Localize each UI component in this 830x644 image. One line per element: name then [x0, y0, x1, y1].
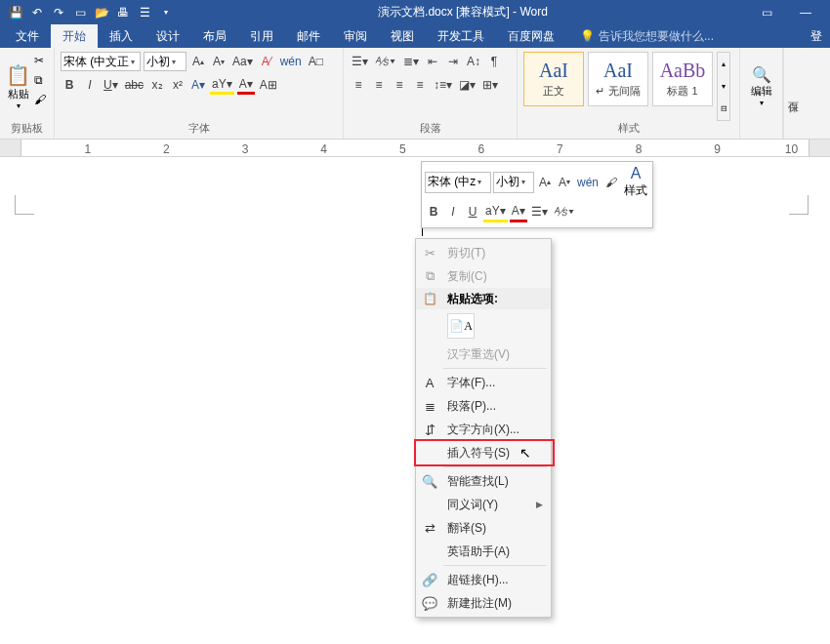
- format-painter-icon[interactable]: 🖌: [34, 93, 52, 108]
- multilevel-button[interactable]: ≣▾: [401, 52, 421, 71]
- italic-button[interactable]: I: [81, 75, 99, 95]
- ctx-reselect[interactable]: 汉字重选(V): [416, 342, 551, 366]
- strike-button[interactable]: abc: [123, 75, 145, 95]
- tab-layout[interactable]: 布局: [191, 24, 238, 48]
- ctx-synonyms[interactable]: 同义词(Y)▶: [416, 493, 551, 516]
- tab-references[interactable]: 引用: [238, 24, 285, 48]
- mini-highlight[interactable]: aY▾: [483, 201, 508, 222]
- ribbon-options-icon[interactable]: ▭: [752, 6, 781, 20]
- tab-review[interactable]: 审阅: [332, 24, 379, 48]
- tab-developer[interactable]: 开发工具: [426, 24, 496, 48]
- new-icon[interactable]: ▭: [72, 5, 88, 20]
- indent-dec-button[interactable]: ⇤: [424, 52, 441, 71]
- shading-button[interactable]: ◪▾: [457, 75, 477, 95]
- grow-font-button[interactable]: A▴: [189, 52, 207, 71]
- underline-button[interactable]: U▾: [102, 75, 120, 95]
- tab-baidu[interactable]: 百度网盘: [496, 24, 566, 48]
- ctx-copy[interactable]: ⧉复制(C): [416, 264, 551, 288]
- ctx-paragraph[interactable]: ≣段落(P)...: [416, 394, 551, 418]
- subscript-button[interactable]: x₂: [148, 75, 166, 95]
- char-border-button[interactable]: A□: [307, 52, 325, 71]
- signin[interactable]: 登: [810, 24, 830, 48]
- phonetic-button[interactable]: wén: [278, 52, 304, 71]
- tab-design[interactable]: 设计: [145, 24, 191, 48]
- ctx-translate[interactable]: ⇄翻译(S): [416, 516, 551, 540]
- ctx-cut[interactable]: ✂剪切(T): [416, 241, 551, 264]
- style-nospacing[interactable]: AaI ↵ 无间隔: [588, 52, 648, 106]
- editing-label[interactable]: 编辑: [751, 84, 772, 99]
- highlight-button[interactable]: aY▾: [210, 75, 234, 95]
- tab-home[interactable]: 开始: [51, 24, 98, 48]
- line-spacing-button[interactable]: ↕≡▾: [432, 75, 454, 95]
- touch-icon[interactable]: ☰: [137, 5, 152, 20]
- mini-numbering[interactable]: ⅍▾: [552, 201, 577, 222]
- editing-drop-icon[interactable]: ▾: [760, 99, 764, 107]
- mini-font-color[interactable]: A▾: [510, 201, 527, 222]
- ctx-english-assist[interactable]: 英语助手(A): [416, 540, 551, 563]
- styles-scroll[interactable]: ▴▾⊟: [717, 52, 730, 121]
- font-family-combo[interactable]: 宋体 (中文正▾: [61, 52, 141, 71]
- redo-icon[interactable]: ↷: [51, 5, 66, 20]
- ruler-right-gutter[interactable]: [809, 140, 830, 156]
- ctx-text-direction[interactable]: ⇵文字方向(X)...: [416, 418, 551, 441]
- tab-mailings[interactable]: 邮件: [285, 24, 332, 48]
- tell-me[interactable]: 💡告诉我您想要做什么...: [566, 24, 714, 48]
- minimize-icon[interactable]: —: [791, 6, 820, 20]
- undo-icon[interactable]: ↶: [29, 5, 45, 20]
- ctx-smart-lookup[interactable]: 🔍智能查找(L): [416, 469, 551, 493]
- save-icon[interactable]: 💾: [8, 5, 23, 20]
- borders-button[interactable]: ⊞▾: [480, 75, 500, 95]
- ruler[interactable]: 1 2 3 4 5 6 7 8 9 10: [0, 140, 830, 157]
- mini-bullets[interactable]: ☰▾: [529, 201, 550, 222]
- change-case-button[interactable]: Aa▾: [230, 52, 255, 71]
- mini-grow-font[interactable]: A▴: [536, 172, 554, 193]
- align-center-button[interactable]: ≡: [370, 75, 388, 95]
- mini-underline[interactable]: U: [464, 201, 481, 222]
- tab-file[interactable]: 文件: [4, 24, 51, 48]
- paste-icon[interactable]: 📋: [6, 63, 30, 87]
- ctx-hyperlink[interactable]: 🔗超链接(H)...: [416, 568, 551, 591]
- font-color-button[interactable]: A▾: [237, 75, 255, 95]
- clear-format-button[interactable]: A⁄: [258, 52, 275, 71]
- mini-styles[interactable]: A样式: [622, 165, 649, 199]
- mini-font-family[interactable]: 宋体 (中z▾: [425, 172, 491, 193]
- paste-label[interactable]: 粘贴: [8, 87, 29, 101]
- mini-bold[interactable]: B: [425, 201, 442, 222]
- find-icon[interactable]: 🔍: [752, 65, 771, 84]
- text-effects-button[interactable]: A▾: [189, 75, 207, 95]
- print-icon[interactable]: 🖶: [115, 5, 131, 20]
- cut-icon[interactable]: ✂: [34, 54, 52, 69]
- align-right-button[interactable]: ≡: [391, 75, 408, 95]
- qat-more-icon[interactable]: ▾: [158, 5, 174, 20]
- char-shading-button[interactable]: A⊞: [258, 75, 279, 95]
- style-normal[interactable]: AaI 正文: [523, 52, 584, 106]
- copy-icon[interactable]: ⧉: [34, 73, 52, 89]
- ctx-insert-symbol[interactable]: 插入符号(S)↖: [416, 441, 551, 464]
- superscript-button[interactable]: x²: [169, 75, 187, 95]
- bullets-button[interactable]: ☰▾: [350, 52, 370, 71]
- collapsed-groups[interactable]: 保百: [783, 48, 803, 139]
- mini-format-painter[interactable]: 🖌: [602, 172, 620, 193]
- mini-phonetic[interactable]: wén: [575, 172, 601, 193]
- font-size-combo[interactable]: 小初▾: [144, 52, 187, 71]
- numbering-button[interactable]: ⅍▾: [373, 52, 398, 71]
- tab-view[interactable]: 视图: [379, 24, 426, 48]
- mini-italic[interactable]: I: [444, 201, 462, 222]
- sort-button[interactable]: A↕: [465, 52, 482, 71]
- bold-button[interactable]: B: [61, 75, 78, 95]
- mini-font-size[interactable]: 小初▾: [493, 172, 534, 193]
- mini-shrink-font[interactable]: A▾: [556, 172, 573, 193]
- indent-inc-button[interactable]: ⇥: [444, 52, 462, 71]
- shrink-font-button[interactable]: A▾: [210, 52, 228, 71]
- paste-keep-text-button[interactable]: 📄A: [447, 313, 475, 339]
- align-justify-button[interactable]: ≡: [411, 75, 429, 95]
- ctx-new-comment[interactable]: 💬新建批注(M): [416, 591, 551, 615]
- showmarks-button[interactable]: ¶: [485, 52, 503, 71]
- paste-drop-icon[interactable]: ▾: [17, 101, 21, 110]
- ruler-left-gutter[interactable]: [0, 140, 21, 156]
- ctx-font[interactable]: A字体(F)...: [416, 371, 551, 394]
- align-left-button[interactable]: ≡: [350, 75, 367, 95]
- open-icon[interactable]: 📂: [94, 5, 109, 20]
- style-heading1[interactable]: AaBb 标题 1: [652, 52, 713, 106]
- tab-insert[interactable]: 插入: [98, 24, 145, 48]
